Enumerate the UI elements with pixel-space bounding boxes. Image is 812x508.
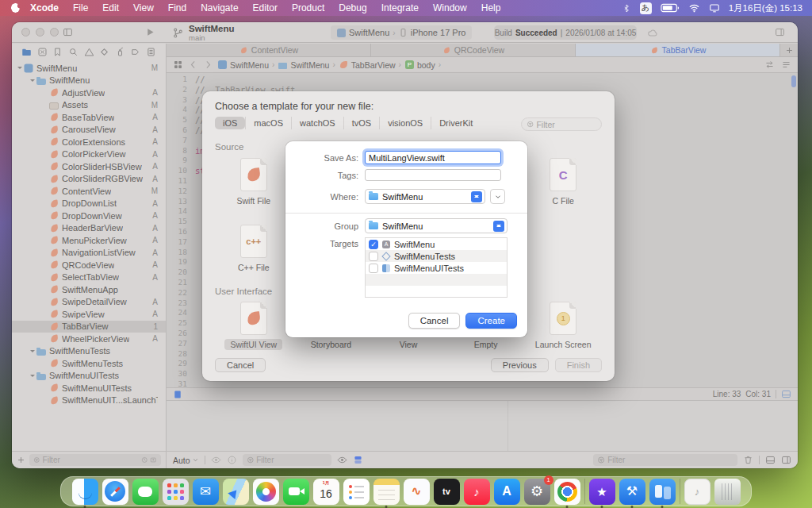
forward-icon[interactable] [203,60,213,70]
tree-row[interactable]: TabBarView 1 [12,321,166,333]
disclosure-caret[interactable] [42,138,49,145]
line-number[interactable]: 30 [167,369,187,379]
disclosure-caret[interactable] [42,175,49,183]
view-hierarchy-icon[interactable] [337,455,347,465]
platform-tab[interactable]: watchOS [291,117,343,129]
dock-item[interactable]: ♪ [464,479,490,505]
menu-item[interactable]: Integrate [374,2,426,13]
tree-row[interactable]: ColorSliderHSBView A [12,160,166,173]
tree-row[interactable]: DropDownList A [12,198,166,210]
template-item[interactable]: C File [524,158,602,225]
disclosure-caret[interactable] [17,64,24,71]
disclosure-caret[interactable] [42,212,49,219]
platform-tab[interactable]: DriverKit [431,117,481,129]
target-row[interactable]: SwiftMenu [366,238,507,250]
line-number[interactable]: 18 [167,248,187,258]
debug-layers-icon[interactable] [353,455,363,465]
dock-item[interactable]: tv [434,479,460,505]
minimize-button[interactable] [36,28,44,37]
tree-row[interactable]: SwiftMenuUITests [12,382,166,394]
target-row[interactable]: SwiftMenuUITests [366,262,507,274]
save-as-input[interactable] [365,151,501,164]
disclosure-caret[interactable] [42,323,49,330]
debug-area[interactable] [167,400,798,451]
line-number[interactable]: 2 [167,85,187,95]
adjust-editor-icon[interactable] [781,389,791,399]
input-source-icon[interactable]: あ [640,2,652,14]
zoom-button[interactable] [50,28,59,37]
line-number[interactable]: 7 [167,136,187,146]
breadcrumb-item[interactable]: TabBarView › [339,60,401,70]
where-popup[interactable]: SwiftMenu [365,189,485,204]
scheme-selector[interactable]: SwiftMenu › iPhone 17 Pro [331,25,472,40]
target-checkbox[interactable] [369,264,378,273]
previous-button[interactable]: Previous [491,358,549,372]
menu-item[interactable]: Window [426,2,474,13]
navigator-tab[interactable] [115,47,125,57]
source-control-filter-icon[interactable] [150,456,157,464]
disclosure-caret[interactable] [42,274,49,281]
line-number[interactable]: 5 [167,115,187,125]
dock-item[interactable]: ⚙ 1 [524,479,550,505]
disclosure-caret[interactable] [42,335,49,342]
navigator-filter-field[interactable] [29,454,161,466]
run-destination[interactable]: iPhone 17 Pro [411,28,466,37]
disclosure-caret[interactable] [42,187,49,194]
line-number[interactable]: 20 [167,267,187,278]
variables-filter-input[interactable] [256,456,327,464]
dock-item[interactable] [584,479,585,504]
line-number[interactable]: 24 [167,308,187,318]
finish-button[interactable]: Finish [555,358,602,372]
disclosure-caret[interactable] [42,310,49,318]
tree-row[interactable]: NavigationListView A [12,247,166,260]
tree-row[interactable]: SwiftMenu [12,75,166,87]
dock-item[interactable] [680,479,680,504]
tree-row[interactable]: QRCodeView A [12,259,166,271]
disclosure-caret[interactable] [42,286,49,293]
line-number[interactable]: 14 [167,206,187,217]
dock-item[interactable]: ✉ [193,479,219,505]
navigator-tab[interactable] [146,47,156,57]
document-icon[interactable] [173,390,182,399]
tree-row[interactable]: SwipeDetailView A [12,296,166,309]
line-number[interactable]: 31 [167,379,187,387]
create-button[interactable]: Create [465,313,517,329]
tree-row[interactable]: SwiftMenuUIT...sLaunchTests [12,394,166,407]
display-icon[interactable] [709,2,720,13]
back-icon[interactable] [188,60,198,70]
target-checkbox[interactable] [369,240,378,249]
apple-menu-icon[interactable] [11,3,20,13]
navigator-tab[interactable] [21,47,32,57]
disclosure-caret[interactable] [42,397,49,404]
dock-item[interactable] [649,479,676,505]
navigator-tab[interactable] [37,47,48,57]
wifi-icon[interactable] [688,2,700,13]
tree-row[interactable]: ColorPickerView A [12,148,166,161]
navigator-tab[interactable] [84,47,94,57]
menu-item[interactable]: Help [474,2,508,13]
tree-row[interactable]: DropDownView A [12,210,166,222]
menu-item[interactable]: Editor [246,2,285,13]
add-tab-button[interactable] [780,44,798,56]
group-popup[interactable]: SwiftMenu [365,218,508,233]
target-row[interactable]: SwiftMenuTests [366,250,507,262]
target-checkbox[interactable] [369,252,378,261]
line-number[interactable]: 17 [167,237,187,248]
navigator-tab[interactable] [99,47,109,57]
scheme-name[interactable]: SwiftMenu [349,28,389,37]
related-items-icon[interactable] [173,60,183,70]
menu-item[interactable]: Edit [95,2,126,13]
template-filter-input[interactable] [536,120,596,129]
tree-row[interactable]: SwiftMenuApp [12,283,166,296]
dock-item[interactable]: 1月 16 [313,479,339,505]
menu-item[interactable]: View [126,2,161,13]
breadcrumb-item[interactable]: SwiftMenu › [218,60,274,70]
tree-row[interactable]: AdjustView A [12,87,166,99]
editor-options-icon[interactable] [781,60,791,70]
editor-tab[interactable]: TabBarView [576,44,780,56]
template-filter-field[interactable] [521,117,602,131]
platform-tab[interactable]: macOS [245,117,291,129]
line-number[interactable]: 19 [167,257,187,267]
line-number[interactable]: 22 [167,288,187,298]
line-number[interactable]: 13 [167,197,187,207]
